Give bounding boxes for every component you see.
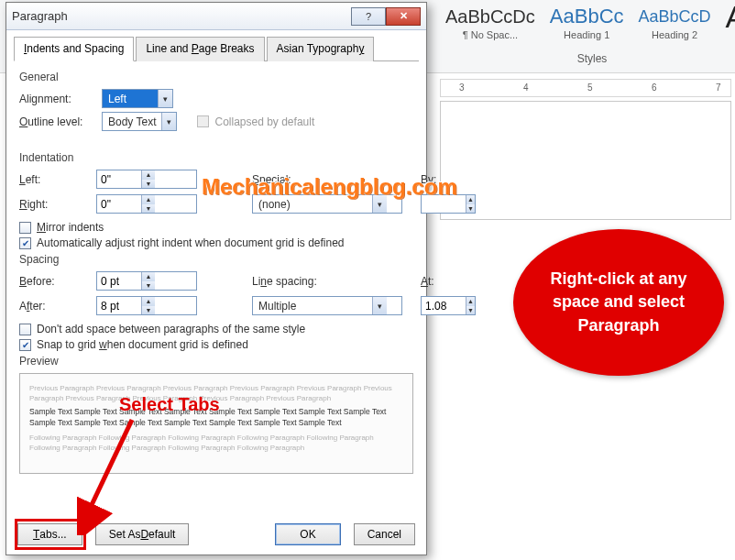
auto-adjust-checkbox[interactable]: ✔Automatically adjust right indent when … — [19, 236, 413, 249]
dialog-body: General Alignment: Left Outline level: B… — [6, 61, 426, 481]
tab-asian-typography[interactable]: Asian Typography — [267, 37, 375, 61]
style-heading2[interactable]: AaBbCcD Heading 2 — [633, 2, 717, 42]
paragraph-dialog: Paragraph ? ✕ Indents and Spacing Line a… — [5, 2, 427, 555]
preview-box: Previous Paragraph Previous Paragraph Pr… — [19, 373, 413, 474]
style-title[interactable]: AaB Title — [720, 2, 735, 42]
help-button[interactable]: ? — [351, 7, 386, 26]
cancel-button[interactable]: Cancel — [354, 523, 415, 545]
section-preview: Preview — [19, 355, 413, 368]
styles-group-label: Styles — [458, 51, 726, 65]
special-label: Special: — [252, 173, 402, 186]
tab-line-page-breaks[interactable]: Line and Page Breaks — [136, 37, 264, 61]
by-label: By: — [421, 173, 476, 186]
document-page[interactable] — [440, 101, 731, 220]
chevron-down-icon[interactable] — [372, 195, 387, 213]
indent-right-label: Right: — [19, 198, 96, 211]
close-button[interactable]: ✕ — [386, 7, 421, 26]
before-spinner[interactable]: ▲▼ — [96, 271, 197, 291]
after-spinner[interactable]: ▲▼ — [96, 296, 197, 315]
style-no-spacing[interactable]: AaBbCcDc ¶ No Spac... — [440, 2, 541, 42]
snap-to-grid-checkbox[interactable]: ✔Snap to grid when document grid is defi… — [19, 338, 413, 351]
indent-left-spinner[interactable]: ▲▼ — [96, 170, 197, 189]
alignment-dropdown[interactable]: Left — [102, 89, 173, 108]
callout-oval: Right-click at any space and select Para… — [513, 229, 724, 376]
by-spinner[interactable]: ▲▼ — [421, 194, 476, 214]
at-label: At: — [421, 275, 476, 288]
line-spacing-label: Line spacing: — [252, 275, 402, 288]
section-spacing: Spacing — [19, 253, 413, 266]
outline-dropdown[interactable]: Body Text — [102, 112, 177, 131]
before-label: Before: — [19, 275, 96, 288]
outline-label: Outline level: — [19, 115, 96, 128]
dont-add-space-checkbox[interactable]: Don't add space between paragraphs of th… — [19, 323, 413, 335]
after-label: After: — [19, 300, 96, 313]
dialog-title: Paragraph — [12, 9, 351, 23]
style-heading1[interactable]: AaBbCc Heading 1 — [544, 2, 630, 42]
titlebar[interactable]: Paragraph ? ✕ — [6, 3, 426, 30]
collapsed-checkbox: Collapsed by default — [197, 115, 314, 128]
dialog-buttons: Tabs... Set As Default OK Cancel — [17, 523, 415, 545]
set-as-default-button[interactable]: Set As Default — [95, 523, 190, 545]
chevron-down-icon[interactable] — [161, 113, 176, 130]
ok-button[interactable]: OK — [275, 523, 340, 545]
alignment-label: Alignment: — [19, 93, 96, 105]
indent-left-label: Left: — [19, 173, 96, 186]
dialog-tabstrip: Indents and Spacing Line and Page Breaks… — [14, 36, 419, 61]
ruler[interactable]: 3 4 5 6 7 — [440, 79, 731, 97]
chevron-down-icon[interactable] — [158, 90, 172, 107]
section-general: General — [19, 71, 413, 83]
section-indentation: Indentation — [19, 151, 413, 164]
tab-indents-spacing[interactable]: Indents and Spacing — [14, 37, 134, 61]
mirror-indents-checkbox[interactable]: Mirror indents — [19, 221, 413, 234]
at-spinner[interactable]: ▲▼ — [421, 296, 476, 315]
tabs-button[interactable]: Tabs... — [17, 523, 82, 545]
special-dropdown[interactable]: (none) — [252, 194, 402, 214]
chevron-down-icon[interactable] — [372, 297, 387, 314]
line-spacing-dropdown[interactable]: Multiple — [252, 296, 402, 315]
indent-right-spinner[interactable]: ▲▼ — [96, 194, 197, 214]
